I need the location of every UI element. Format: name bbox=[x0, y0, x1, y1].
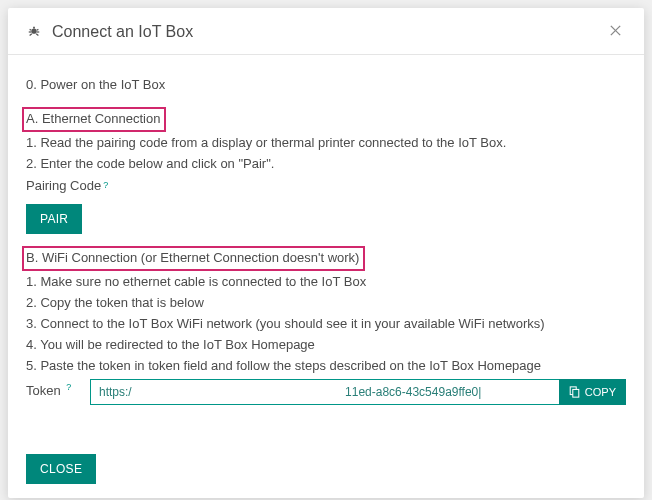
token-row: Token ? COPY bbox=[26, 379, 626, 405]
modal-title: Connect an IoT Box bbox=[52, 23, 605, 41]
token-help-icon[interactable]: ? bbox=[66, 382, 71, 392]
close-icon[interactable] bbox=[605, 22, 626, 42]
token-label: Token bbox=[26, 384, 61, 399]
pair-button[interactable]: PAIR bbox=[26, 204, 82, 234]
copy-button[interactable]: COPY bbox=[559, 379, 626, 405]
modal-header: Connect an IoT Box bbox=[8, 8, 644, 55]
svg-rect-1 bbox=[33, 27, 35, 29]
connect-iot-modal: Connect an IoT Box 0. Power on the IoT B… bbox=[8, 8, 644, 498]
section-b-step-4: 4. You will be redirected to the IoT Box… bbox=[26, 335, 626, 355]
section-b-heading: B. WiFi Connection (or Ethernet Connecti… bbox=[22, 246, 365, 271]
modal-footer: CLOSE bbox=[8, 436, 644, 498]
svg-line-3 bbox=[37, 29, 39, 30]
section-a-step-1: 1. Read the pairing code from a display … bbox=[26, 133, 626, 153]
step-0: 0. Power on the IoT Box bbox=[26, 75, 626, 95]
section-a-heading-row: A. Ethernet Connection bbox=[26, 107, 626, 132]
token-input[interactable] bbox=[90, 379, 559, 405]
svg-point-0 bbox=[31, 29, 36, 34]
section-b-step-5: 5. Paste the token in token field and fo… bbox=[26, 356, 626, 376]
svg-line-7 bbox=[36, 34, 38, 36]
section-a-step-2: 2. Enter the code below and click on "Pa… bbox=[26, 154, 626, 174]
modal-body: 0. Power on the IoT Box A. Ethernet Conn… bbox=[8, 55, 644, 436]
section-b-heading-row: B. WiFi Connection (or Ethernet Connecti… bbox=[26, 246, 626, 271]
svg-rect-11 bbox=[573, 389, 579, 397]
copy-button-label: COPY bbox=[585, 386, 616, 398]
close-button[interactable]: CLOSE bbox=[26, 454, 96, 484]
svg-line-6 bbox=[30, 34, 32, 36]
section-a-heading: A. Ethernet Connection bbox=[22, 107, 166, 132]
pairing-help-icon[interactable]: ? bbox=[103, 179, 108, 193]
section-b-step-2: 2. Copy the token that is below bbox=[26, 293, 626, 313]
pairing-code-label: Pairing Code bbox=[26, 176, 101, 196]
section-b-step-3: 3. Connect to the IoT Box WiFi network (… bbox=[26, 314, 626, 334]
pairing-code-row: Pairing Code ? bbox=[26, 176, 626, 196]
token-label-col: Token ? bbox=[26, 381, 90, 401]
copy-icon bbox=[569, 386, 580, 398]
bug-icon bbox=[26, 24, 42, 40]
section-b-step-1: 1. Make sure no ethernet cable is connec… bbox=[26, 272, 626, 292]
svg-line-2 bbox=[30, 29, 32, 30]
